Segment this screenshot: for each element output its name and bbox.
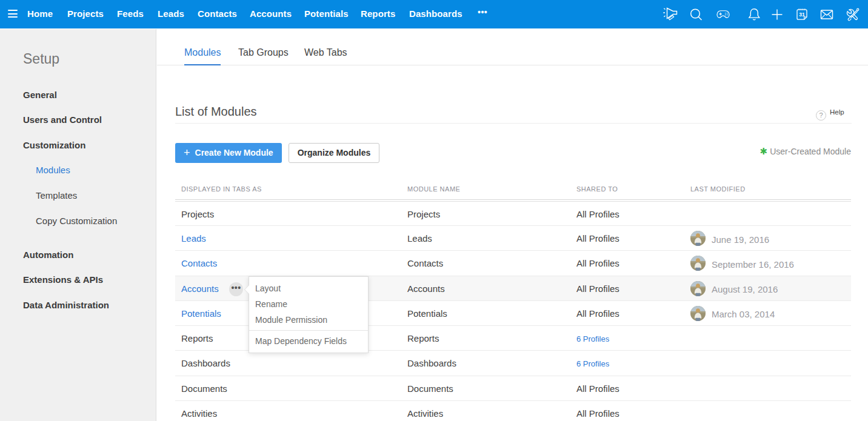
svg-text:31: 31 bbox=[799, 12, 805, 18]
